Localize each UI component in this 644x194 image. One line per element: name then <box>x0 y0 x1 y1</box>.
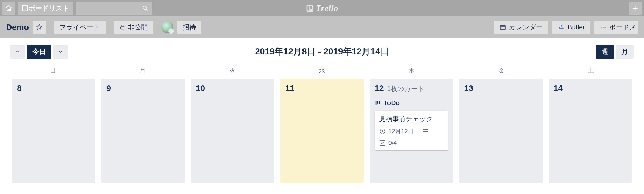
day-of-week-header: 日月火水木金土 <box>6 64 638 79</box>
search-input[interactable] <box>76 2 152 15</box>
svg-rect-21 <box>377 101 378 104</box>
svg-rect-5 <box>307 6 309 11</box>
card-checklist-count: 0/4 <box>388 139 397 146</box>
day-number: 9 <box>106 84 111 93</box>
dow-cell: 火 <box>188 64 277 79</box>
clock-icon <box>379 128 386 135</box>
day-column[interactable]: 14 <box>549 79 632 183</box>
trello-logo-icon <box>306 4 314 12</box>
calendar-view: 今日 2019年12月8日 - 2019年12月14日 週 月 日月火水木金土 … <box>6 38 638 183</box>
card-checklist-row: 0/4 <box>379 139 444 146</box>
card-title: 見積事前チェック <box>379 115 444 123</box>
day-card-count: 1枚のカード <box>387 84 424 93</box>
day-number: 13 <box>464 84 473 93</box>
svg-point-15 <box>561 25 562 26</box>
create-button[interactable] <box>629 2 642 15</box>
days-row: 891011121枚のカードToDo見積事前チェック12月12日0/41314 <box>6 79 638 183</box>
invite-button[interactable]: 招待 <box>177 21 201 34</box>
home-button[interactable] <box>2 2 15 15</box>
divider <box>50 24 50 31</box>
week-view-button[interactable]: 週 <box>596 45 614 59</box>
day-number: 12 <box>375 84 384 93</box>
day-column[interactable]: 9 <box>101 79 185 183</box>
today-button[interactable]: 今日 <box>27 45 51 59</box>
list-name: ToDo <box>384 99 400 107</box>
star-icon <box>36 24 43 31</box>
boards-label: ボードリスト <box>29 4 70 13</box>
day-column[interactable]: 11 <box>280 79 363 183</box>
list-label: ToDo <box>375 99 448 107</box>
week-label: 週 <box>602 47 608 56</box>
svg-rect-10 <box>500 25 505 30</box>
svg-rect-20 <box>375 101 376 105</box>
dow-cell: 土 <box>546 64 636 79</box>
trello-logo[interactable]: Trello <box>306 3 338 13</box>
butler-label: Butler <box>568 23 585 31</box>
visibility-button[interactable]: 非公開 <box>114 21 153 34</box>
chevron-down-icon <box>57 49 63 55</box>
checklist-icon <box>379 140 386 146</box>
day-number: 8 <box>17 84 22 93</box>
day-number: 11 <box>285 84 294 93</box>
prev-button[interactable] <box>10 45 25 59</box>
divider <box>110 24 110 31</box>
star-button[interactable] <box>33 21 46 34</box>
calendar-card[interactable]: 見積事前チェック12月12日0/4 <box>375 111 448 150</box>
next-button[interactable] <box>53 45 68 59</box>
top-nav: ボードリスト Trello <box>0 0 644 16</box>
month-label: 月 <box>621 47 628 56</box>
search-icon <box>142 5 149 12</box>
divider <box>157 24 157 31</box>
privacy-label: プライベート <box>59 23 100 32</box>
boards-button[interactable]: ボードリスト <box>18 2 73 15</box>
card-meta-row: 12月12日 <box>379 127 444 135</box>
today-label: 今日 <box>32 47 46 56</box>
dow-cell: 木 <box>367 64 456 79</box>
calendar-range-title: 2019年12月8日 - 2019年12月14日 <box>255 46 389 58</box>
card-due-date: 12月12日 <box>388 127 414 135</box>
calendar-toolbar: 今日 2019年12月8日 - 2019年12月14日 週 月 <box>6 38 638 64</box>
list-icon <box>375 100 381 106</box>
calendar-powerup-button[interactable]: カレンダー <box>494 21 548 34</box>
chevron-up-icon <box>15 49 21 55</box>
svg-rect-9 <box>121 27 124 29</box>
trello-logo-text: Trello <box>316 3 338 13</box>
day-column[interactable]: 121枚のカードToDo見積事前チェック12月12日0/4 <box>370 79 453 183</box>
svg-point-19 <box>604 27 606 28</box>
svg-point-18 <box>603 27 604 28</box>
ellipsis-icon <box>600 24 606 31</box>
svg-point-14 <box>559 28 564 29</box>
svg-line-3 <box>146 9 148 10</box>
invite-label: 招待 <box>183 23 196 32</box>
home-icon <box>5 5 12 12</box>
day-column[interactable]: 10 <box>191 79 274 183</box>
butler-button[interactable]: Butler <box>552 21 590 34</box>
lock-icon <box>119 24 125 30</box>
member-avatar[interactable] <box>161 21 173 33</box>
plus-icon <box>632 5 639 12</box>
day-number: 10 <box>196 84 205 93</box>
board-menu-label: ボードメ <box>609 23 636 32</box>
day-number: 14 <box>554 84 563 93</box>
dow-cell: 水 <box>277 64 367 79</box>
svg-rect-6 <box>310 6 312 9</box>
avatar-chevrons-icon <box>168 28 174 34</box>
board-title[interactable]: Demo <box>6 23 29 32</box>
day-column[interactable]: 13 <box>459 79 542 183</box>
board-menu-button[interactable]: ボードメ <box>594 21 638 34</box>
visibility-label: 非公開 <box>128 23 148 32</box>
boards-icon <box>21 5 29 12</box>
month-view-button[interactable]: 月 <box>616 45 634 59</box>
svg-rect-22 <box>379 101 380 104</box>
dow-cell: 金 <box>456 64 546 79</box>
description-icon <box>422 128 429 135</box>
svg-point-2 <box>143 6 146 9</box>
butler-icon <box>558 24 565 31</box>
dow-cell: 日 <box>8 64 98 79</box>
svg-point-17 <box>601 27 602 28</box>
board-header: Demo プライベート 非公開 招待 カレンダー Butler <box>0 16 644 38</box>
day-column[interactable]: 8 <box>12 79 95 183</box>
dow-cell: 月 <box>98 64 187 79</box>
calendar-icon <box>499 24 506 31</box>
privacy-button[interactable]: プライベート <box>54 21 106 34</box>
